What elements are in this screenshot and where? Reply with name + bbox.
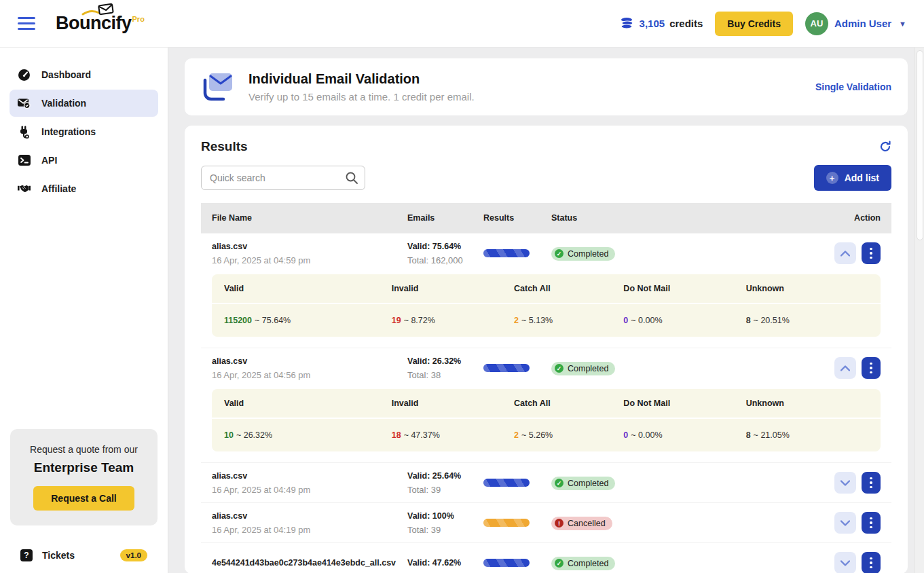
sidebar-item-integrations[interactable]: Integrations <box>10 118 158 145</box>
search-input[interactable] <box>201 166 365 190</box>
detail-col-do-not-mail: Do Not Mail <box>623 399 745 408</box>
handshake-icon <box>18 183 31 196</box>
enterprise-line2: Enterprise Team <box>17 460 151 475</box>
main-content: Individual Email Validation Verify up to… <box>168 48 914 573</box>
plug-icon <box>18 126 31 138</box>
collapse-row-button[interactable] <box>834 242 856 264</box>
tickets-link[interactable]: ? Tickets v1.0 <box>0 538 168 573</box>
results-card: Results + Add list File Name Emails Resu… <box>185 126 908 573</box>
sidebar-item-label: Validation <box>41 98 86 109</box>
sidebar-item-validation[interactable]: Validation <box>10 90 158 117</box>
table-row: alias.csv 16 Apr, 2025 at 04:59 pm Valid… <box>201 233 891 273</box>
sidebar-item-label: Affiliate <box>41 183 76 194</box>
unknown-value: 8~ 20.51% <box>746 316 868 325</box>
plus-icon: + <box>826 172 838 184</box>
credits-display: 3,105 credits <box>620 17 703 31</box>
page-title: Individual Email Validation <box>248 71 475 87</box>
row-menu-button[interactable] <box>862 357 881 379</box>
file-date: 16 Apr, 2025 at 04:19 pm <box>212 525 407 535</box>
total-count: Total: 38 <box>407 370 483 380</box>
detail-col-valid: Valid <box>224 399 392 408</box>
valid-percent: Valid: 100% <box>407 511 483 521</box>
progress-bar <box>483 519 530 527</box>
row-menu-button[interactable] <box>862 512 881 534</box>
row-menu-button[interactable] <box>862 552 881 573</box>
total-count: Total: 162,000 <box>407 255 483 265</box>
single-validation-link[interactable]: Single Validation <box>815 81 891 92</box>
progress-bar <box>483 479 530 487</box>
row-menu-button[interactable] <box>862 472 881 494</box>
sidebar-item-api[interactable]: API <box>10 147 158 174</box>
sidebar-item-label: Integrations <box>41 126 96 137</box>
col-emails: Emails <box>407 213 483 223</box>
table-row: 4e544241d43bae0c273b4ae414e3ebdc_all.csv… <box>201 542 891 573</box>
status-badge: ✓Completed <box>551 247 615 261</box>
detail-col-unknown: Unknown <box>746 399 868 408</box>
check-circle-icon: ✓ <box>555 479 563 487</box>
expand-row-button[interactable] <box>834 472 856 494</box>
detail-col-valid: Valid <box>224 284 392 293</box>
expand-row-button[interactable] <box>834 552 856 573</box>
page-subtitle: Verify up to 15 emails at a time. 1 cred… <box>248 91 475 103</box>
buy-credits-button[interactable]: Buy Credits <box>715 12 793 36</box>
row-details: Valid Invalid Catch All Do Not Mail Unkn… <box>212 389 881 451</box>
avatar: AU <box>805 12 828 35</box>
status-badge: ✓Completed <box>551 557 615 570</box>
mail-check-icon <box>18 97 31 110</box>
chevron-down-icon[interactable]: ▼ <box>899 20 906 28</box>
menu-toggle-icon[interactable] <box>18 17 35 30</box>
refresh-icon[interactable] <box>879 141 891 153</box>
dashboard-icon <box>18 69 31 81</box>
coins-icon <box>620 17 635 31</box>
invalid-value: 18~ 47.37% <box>392 430 514 440</box>
row-menu-button[interactable] <box>862 242 881 264</box>
credits-amount: 3,105 <box>640 18 665 29</box>
total-count: Total: 39 <box>407 485 483 495</box>
valid-percent: Valid: 75.64% <box>407 242 483 251</box>
do-not-mail-value: 0~ 0.00% <box>623 430 745 440</box>
valid-percent: Valid: 26.32% <box>407 356 483 366</box>
logo-pro-badge: Pro <box>132 15 145 23</box>
search-box <box>201 166 365 190</box>
file-date: 16 Apr, 2025 at 04:49 pm <box>212 485 407 495</box>
catch-all-value: 2~ 5.13% <box>514 316 623 325</box>
sidebar: Dashboard Validation Integrations API Af… <box>0 48 168 573</box>
catch-all-value: 2~ 5.26% <box>514 430 623 440</box>
sidebar-item-label: API <box>41 155 57 166</box>
scrollbar-thumb[interactable] <box>917 50 923 240</box>
col-action: Action <box>818 213 881 223</box>
results-table: File Name Emails Results Status Action a… <box>201 203 891 573</box>
user-menu[interactable]: AU Admin User ▼ <box>805 12 906 35</box>
enterprise-quote-box: Request a quote from our Enterprise Team… <box>10 429 158 525</box>
check-circle-icon: ✓ <box>555 364 563 373</box>
scrollbar[interactable] <box>914 48 924 573</box>
valid-percent: Valid: 25.64% <box>407 471 483 481</box>
collapse-row-button[interactable] <box>834 357 856 379</box>
col-results: Results <box>483 213 551 223</box>
valid-value: 115200~ 75.64% <box>224 316 392 325</box>
request-call-button[interactable]: Request a Call <box>33 486 134 511</box>
progress-bar <box>483 559 530 567</box>
status-badge: ✓Completed <box>551 477 615 490</box>
enterprise-line1: Request a quote from our <box>17 444 151 455</box>
status-badge: !Cancelled <box>551 517 612 530</box>
file-name: alias.csv <box>212 356 407 366</box>
valid-value: 10~ 26.32% <box>224 430 392 440</box>
expand-row-button[interactable] <box>834 512 856 534</box>
progress-bar <box>483 249 530 257</box>
status-badge: ✓Completed <box>551 362 615 375</box>
add-list-button[interactable]: + Add list <box>814 165 891 191</box>
sidebar-item-dashboard[interactable]: Dashboard <box>10 61 158 88</box>
file-name: 4e544241d43bae0c273b4ae414e3ebdc_all.csv <box>212 558 407 568</box>
progress-bar <box>483 364 530 372</box>
sidebar-item-affiliate[interactable]: Affiliate <box>10 175 158 202</box>
app-logo[interactable]: Bouncify Pro <box>56 13 145 34</box>
file-name: alias.csv <box>212 511 407 521</box>
check-circle-icon: ✓ <box>555 249 563 258</box>
table-row: alias.csv 16 Apr, 2025 at 04:19 pm Valid… <box>201 502 891 542</box>
user-name: Admin User <box>834 18 891 29</box>
file-date: 16 Apr, 2025 at 04:56 pm <box>212 370 407 380</box>
table-row: alias.csv 16 Apr, 2025 at 04:56 pm Valid… <box>201 348 891 388</box>
results-title: Results <box>201 139 248 154</box>
detail-col-invalid: Invalid <box>392 399 514 408</box>
